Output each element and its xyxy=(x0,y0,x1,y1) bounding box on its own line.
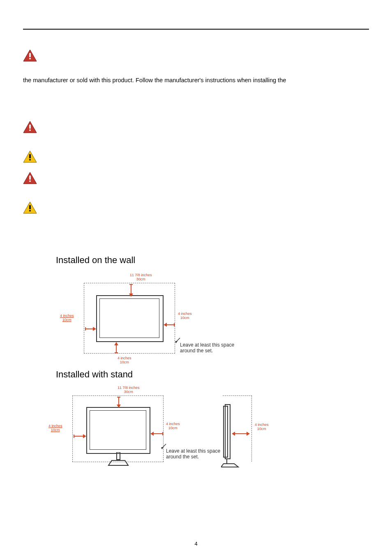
clearance-note: Leave at least this space around the set… xyxy=(166,442,220,460)
warning-row-1: Use only a cart, stand, tripod, bracket,… xyxy=(23,49,369,62)
svg-rect-29 xyxy=(117,452,120,460)
warning-red-icon xyxy=(23,49,37,62)
document-page: Use only a cart, stand, tripod, bracket,… xyxy=(0,0,392,555)
left-measure-inches: 4 inches xyxy=(48,424,62,428)
warning-text: Do not place the monitor on a bed, sofa,… xyxy=(44,150,369,151)
svg-rect-1 xyxy=(29,53,31,57)
svg-rect-7 xyxy=(29,154,31,158)
arrow-horizontal-icon xyxy=(231,431,251,438)
monitor-stand-icon xyxy=(107,452,130,469)
warning-text: Do not place the monitor in an enclosed … xyxy=(44,172,369,172)
arrow-right-icon xyxy=(73,433,87,441)
stand-diagram: 11 7/8 inches 30cm 4 inches 10cm 4 inche… xyxy=(31,385,369,479)
arrow-left-icon xyxy=(163,322,175,329)
top-measure-inches: 11 7/8 inches xyxy=(118,386,140,390)
svg-marker-19 xyxy=(93,327,96,331)
right-measure-inches: 4 inches xyxy=(178,312,192,316)
warning-yellow-icon xyxy=(23,201,37,214)
svg-marker-30 xyxy=(108,460,128,465)
svg-marker-38 xyxy=(150,432,154,436)
svg-marker-45 xyxy=(221,464,238,467)
warning-row-5: Install the monitor with adequate space … xyxy=(23,201,369,214)
page-number: 4 xyxy=(0,541,392,547)
far-right-measure-cm: 10cm xyxy=(257,427,266,431)
top-measure-cm: 30cm xyxy=(136,277,145,281)
top-measure-inches: 11 7/8 inches xyxy=(130,273,152,277)
header-rule xyxy=(23,29,369,30)
svg-marker-22 xyxy=(164,323,167,327)
arrow-left-icon xyxy=(150,431,164,438)
warning-red-icon xyxy=(23,121,37,133)
svg-rect-4 xyxy=(29,125,31,129)
svg-marker-35 xyxy=(83,434,86,438)
svg-rect-8 xyxy=(29,159,31,160)
svg-marker-16 xyxy=(129,294,133,297)
left-measure-inches: 4 inches xyxy=(60,314,74,318)
mid-measure-inches: 4 inches xyxy=(166,422,180,426)
far-right-measure-inches: 4 inches xyxy=(255,423,269,427)
warning-row-3: Do not place the monitor on a bed, sofa,… xyxy=(23,150,369,163)
svg-marker-28 xyxy=(175,341,178,343)
warning-row-2: Do not place the monitor on an unstable … xyxy=(23,121,369,133)
diagram-1-title: Installed on the wall xyxy=(56,255,369,266)
wall-diagram: 11 7/8 inches 30cm 4 inches 10cm 4 inche… xyxy=(31,271,369,365)
arrow-down-icon xyxy=(116,396,122,410)
clearance-note: Leave at least this space around the set… xyxy=(180,336,234,354)
svg-rect-5 xyxy=(29,130,31,131)
top-measure-cm: 30cm xyxy=(124,390,133,394)
bottom-measure-cm: 10cm xyxy=(120,360,129,364)
svg-marker-41 xyxy=(161,447,164,449)
leader-icon xyxy=(161,442,167,451)
warning-yellow-icon xyxy=(23,150,37,163)
svg-rect-2 xyxy=(29,58,31,59)
svg-rect-11 xyxy=(29,180,31,182)
svg-rect-10 xyxy=(29,176,31,180)
svg-marker-47 xyxy=(232,432,235,436)
svg-marker-32 xyxy=(117,405,121,408)
warning-text: Install the monitor with adequate space … xyxy=(44,201,369,202)
right-measure-cm: 10cm xyxy=(180,316,189,320)
arrow-right-icon xyxy=(85,326,97,333)
svg-rect-13 xyxy=(29,205,31,209)
left-measure-cm: 10cm xyxy=(62,318,71,322)
bottom-measure-inches: 4 inches xyxy=(118,356,131,360)
warning-row-4: Do not place the monitor in an enclosed … xyxy=(23,172,369,184)
svg-marker-48 xyxy=(247,432,250,436)
warning-text: Use only a cart, stand, tripod, bracket,… xyxy=(44,49,369,50)
svg-rect-14 xyxy=(29,210,31,211)
svg-marker-25 xyxy=(114,342,118,345)
body-paragraph: the manufacturer or sold with this produ… xyxy=(23,75,369,86)
leader-icon xyxy=(175,336,181,345)
warning-red-icon xyxy=(23,172,37,184)
mid-measure-cm: 10cm xyxy=(168,426,178,430)
arrow-down-icon xyxy=(128,284,134,299)
warning-text: Do not place the monitor on an unstable … xyxy=(44,121,369,121)
diagram-2-title: Installed with stand xyxy=(56,369,369,380)
left-measure-cm: 10cm xyxy=(51,428,60,432)
arrow-up-icon xyxy=(113,341,119,355)
